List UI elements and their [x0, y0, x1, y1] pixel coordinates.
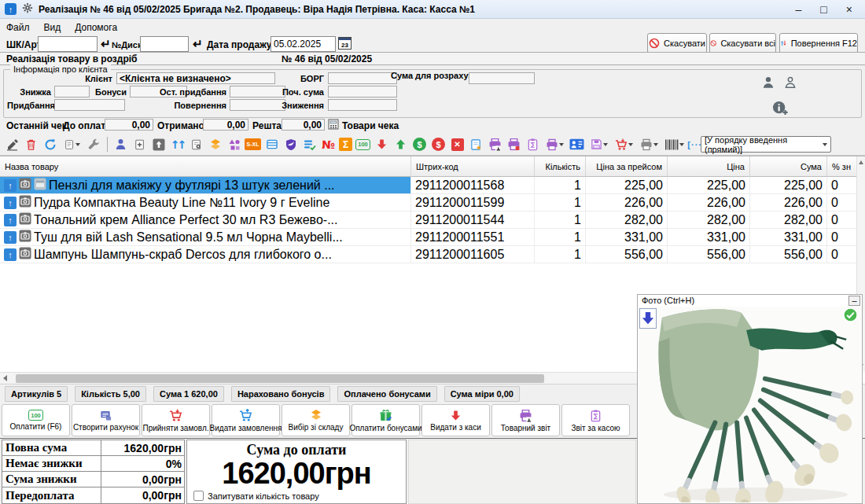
photo-verified-icon[interactable] — [843, 307, 858, 325]
check-items-label[interactable]: Товари чека — [342, 120, 399, 131]
item-price: 226,00 — [668, 194, 750, 211]
client-info-add-icon[interactable] — [771, 100, 789, 120]
col-name[interactable]: Назва товару — [0, 156, 411, 177]
camera-icon[interactable] — [19, 178, 31, 193]
pick-from-stock-button[interactable]: Вибір зі складу — [282, 404, 350, 436]
menu-file[interactable]: Файл — [6, 22, 30, 33]
col-discount[interactable]: % зн — [827, 156, 857, 177]
table-row[interactable]: ↑ Туш для вій Lash Sensational 9.5 мл Чо… — [0, 229, 865, 246]
pay-with-bonuses-button[interactable]: Оплатити бонусами — [352, 404, 420, 436]
refresh-icon[interactable] — [42, 136, 58, 153]
client-filled-icon[interactable] — [761, 75, 775, 92]
calculator-icon[interactable] — [328, 119, 339, 132]
variants-shapes-icon[interactable] — [226, 136, 242, 153]
row-up-icon[interactable]: ↑ — [4, 197, 17, 209]
upload-box-icon[interactable] — [150, 136, 167, 153]
start-sum-field — [328, 86, 397, 97]
maximize-button[interactable]: □ — [820, 3, 826, 16]
order-cart-menu-icon[interactable] — [613, 136, 635, 153]
totals-table: Повна сума1620,00грн Немає знижки0% Сума… — [2, 440, 185, 504]
camera-icon[interactable] — [19, 212, 31, 228]
sale-date-input[interactable] — [271, 36, 336, 52]
cash-out-arrow-icon[interactable] — [374, 136, 390, 153]
sku-input[interactable] — [38, 36, 98, 52]
scrollbar-thumb[interactable] — [16, 374, 544, 383]
delete-icon[interactable] — [23, 136, 39, 153]
print-menu-icon[interactable] — [543, 136, 566, 153]
close-button[interactable]: × — [846, 3, 852, 16]
list-check-icon[interactable] — [301, 136, 318, 153]
create-invoice-button[interactable]: Створити рахунок — [72, 404, 140, 436]
table-view-icon[interactable] — [263, 136, 280, 153]
note-menu-icon[interactable] — [61, 136, 83, 153]
ask-quantity-checkbox[interactable] — [193, 491, 204, 501]
money-in-icon[interactable]: $ — [413, 138, 426, 151]
edit-icon[interactable] — [4, 136, 20, 153]
banknote-icon[interactable]: 100 — [355, 139, 370, 150]
wrench-icon[interactable] — [86, 136, 102, 153]
cash-register-report-button[interactable]: Звіт за касою — [561, 404, 630, 436]
cancel-button[interactable]: Скасувати — [647, 33, 707, 53]
barcode-menu-icon[interactable] — [663, 136, 686, 153]
status-articles: Артикулів 5 — [5, 386, 68, 402]
col-price[interactable]: Ціна — [668, 156, 750, 177]
row-up-icon[interactable]: ↑ — [4, 179, 17, 192]
money-out-icon[interactable]: $ — [432, 138, 445, 151]
table-row[interactable]: ↑ Пудра Компактна Beauty Line №11 Ivory … — [0, 194, 865, 212]
cancel-all-button[interactable]: Скасувати всі — [709, 33, 776, 53]
media-icon[interactable] — [34, 178, 46, 193]
cart-out-icon — [239, 409, 252, 422]
accept-order-button[interactable]: Прийняти замовл. — [142, 404, 210, 436]
print-copy-icon[interactable] — [506, 136, 522, 153]
col-list-price[interactable]: Ціна за прейсом — [586, 156, 668, 177]
stock-layers-icon[interactable] — [207, 136, 223, 153]
col-barcode[interactable]: Штрих-код — [411, 156, 535, 177]
item-qty: 1 — [535, 194, 586, 211]
return-button[interactable]: Повернення F12 — [779, 33, 858, 53]
goods-report-button[interactable]: Товарний звіт — [491, 404, 560, 436]
void-check-icon[interactable]: ✕ — [451, 138, 464, 151]
menu-view[interactable]: Вид — [44, 22, 61, 33]
calendar-icon[interactable]: 23 — [338, 37, 352, 50]
document-add-icon[interactable] — [131, 136, 148, 153]
item-sum: 226,00 — [750, 194, 827, 211]
document-settings-icon[interactable] — [188, 136, 204, 153]
issue-order-button[interactable]: Видати замовлення — [212, 404, 280, 436]
table-row[interactable]: ↑ Пензлі для макіяжу у футлярі 13 штук з… — [0, 177, 865, 194]
save-menu-icon[interactable] — [587, 136, 610, 153]
row-up-icon[interactable]: ↑ — [4, 214, 17, 226]
cash-in-arrow-icon[interactable] — [392, 136, 409, 153]
camera-icon[interactable] — [19, 247, 31, 263]
sum-sigma-icon[interactable]: Σ — [339, 138, 352, 151]
report-clipboard-icon[interactable] — [525, 136, 541, 153]
camera-icon[interactable] — [19, 230, 31, 245]
cash-withdraw-button[interactable]: Видати з каси — [421, 404, 490, 436]
photo-download-icon[interactable] — [639, 308, 657, 329]
col-sum[interactable]: Сума — [750, 156, 827, 177]
menu-help[interactable]: Допомога — [75, 22, 117, 33]
client-icon[interactable] — [112, 136, 129, 153]
item-barcode: 2911200011599 — [411, 194, 535, 211]
row-up-icon[interactable]: ↑ — [4, 231, 17, 244]
settings-gear-icon[interactable] — [22, 2, 33, 16]
discount-card-input[interactable] — [140, 36, 189, 52]
table-row[interactable]: ↑ Шампунь Шампунь-скраб Dercos для глибо… — [0, 246, 865, 263]
print-receipt-icon[interactable] — [487, 136, 503, 153]
sizes-sxl-icon[interactable]: S-XL — [245, 138, 261, 150]
warranty-shield-icon[interactable] — [282, 136, 299, 153]
row-up-icon[interactable]: ↑ — [4, 248, 17, 261]
contact-card-icon[interactable] — [569, 136, 585, 153]
table-row[interactable]: ↑ Тональний крем Alliance Perfect 30 мл … — [0, 212, 865, 229]
pay-button[interactable]: 100 Оплатити (F6) — [2, 404, 70, 436]
minimize-button[interactable]: – — [796, 3, 802, 16]
client-field[interactable]: <Клієнта не визначено> — [116, 72, 275, 84]
sort-order-select[interactable]: [У порядку введення (прямий)] — [701, 136, 831, 153]
col-qty[interactable]: Кількість — [535, 156, 586, 177]
double-up-icon[interactable]: ↑↑ — [169, 136, 186, 153]
printer-settings-icon[interactable] — [638, 136, 661, 153]
camera-icon[interactable] — [19, 195, 31, 211]
client-outline-icon[interactable] — [783, 75, 797, 92]
document-star-icon[interactable] — [468, 136, 484, 153]
number-icon[interactable]: № — [320, 136, 337, 153]
photo-minimize-button[interactable]: – — [848, 296, 860, 306]
